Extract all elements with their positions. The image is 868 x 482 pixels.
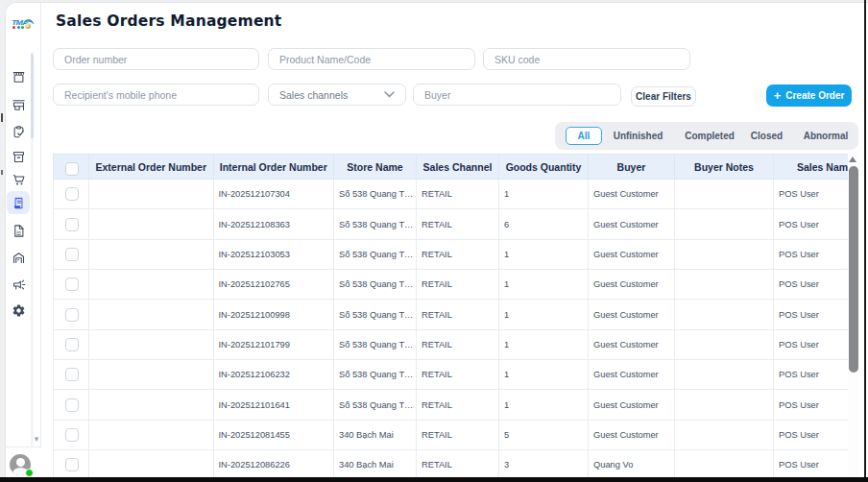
- sidebar-scrollbar-thumb[interactable]: [31, 54, 34, 138]
- cell-buyer: Guest Customer: [589, 360, 675, 390]
- cell-buyer: Guest Customer: [589, 420, 675, 449]
- select-all-checkbox[interactable]: [65, 162, 79, 176]
- buyer-input[interactable]: [413, 84, 621, 106]
- cell-external: [89, 180, 214, 209]
- row-checkbox[interactable]: [65, 277, 79, 291]
- sidebar-scrollbar[interactable]: [31, 52, 34, 446]
- sales-channels-select[interactable]: Sales channels: [268, 84, 406, 106]
- orders-table: External Order NumberInternal Order Numb…: [53, 154, 848, 480]
- row-checkbox-cell: [54, 420, 89, 449]
- row-checkbox[interactable]: [65, 187, 79, 201]
- cell-buyer: Guest Customer: [589, 239, 675, 269]
- cell-qty: 1: [499, 300, 589, 329]
- cell-buyer: Guest Customer: [589, 180, 675, 209]
- column-header[interactable]: Internal Order Number: [213, 155, 334, 180]
- row-checkbox[interactable]: [65, 338, 79, 351]
- row-checkbox[interactable]: [65, 458, 79, 471]
- product-name-input[interactable]: [268, 48, 475, 70]
- cell-store: Số 538 Quang T…: [334, 300, 417, 329]
- cell-buyer: Guest Customer: [589, 390, 675, 420]
- row-checkbox-cell: [54, 239, 89, 269]
- tab-abnormal[interactable]: Abnormal: [796, 122, 856, 150]
- row-checkbox[interactable]: [65, 398, 79, 412]
- cell-qty: 1: [499, 239, 589, 269]
- row-checkbox[interactable]: [65, 428, 79, 442]
- row-checkbox[interactable]: [65, 308, 79, 322]
- chevron-down-icon: [384, 91, 395, 98]
- column-header[interactable]: Sales Channel: [417, 155, 499, 180]
- column-header[interactable]: Sales Name: [774, 155, 849, 180]
- table-row[interactable]: IN-202512102765Số 538 Quang T…RETAIL1Gue…: [54, 270, 849, 300]
- nav-gear[interactable]: [7, 299, 30, 322]
- nav-shopping-cart[interactable]: [7, 168, 30, 191]
- archive-box-icon: [12, 150, 26, 164]
- cell-qty: 6: [499, 209, 589, 239]
- tma-logo[interactable]: TMA: [10, 16, 36, 32]
- nav-archive-box[interactable]: [7, 145, 30, 168]
- table-row[interactable]: IN-202512108363Số 538 Quang T…RETAIL6Gue…: [54, 209, 849, 239]
- tab-closed[interactable]: Closed: [743, 122, 791, 150]
- cell-qty: 5: [499, 420, 589, 449]
- nav-receipt[interactable]: [7, 191, 30, 214]
- cell-notes: [675, 300, 774, 329]
- order-number-input[interactable]: [53, 48, 259, 70]
- nav-megaphone[interactable]: [7, 273, 30, 296]
- scroll-up-arrow-icon[interactable]: [849, 157, 856, 162]
- cell-external: [89, 390, 214, 420]
- column-header[interactable]: Buyer: [589, 155, 675, 180]
- table-row[interactable]: IN-202512103053Số 538 Quang T…RETAIL1Gue…: [54, 239, 849, 269]
- table-scrollbar[interactable]: [848, 150, 858, 477]
- cell-channel: RETAIL: [417, 360, 499, 390]
- tab-all[interactable]: All: [566, 127, 602, 145]
- table-row[interactable]: IN-202512100998Số 538 Quang T…RETAIL1Gue…: [54, 300, 849, 329]
- row-checkbox-cell: [54, 270, 89, 300]
- nav-pos-terminal[interactable]: [7, 93, 30, 116]
- nav-storefront[interactable]: [7, 65, 30, 88]
- nav-warehouse[interactable]: [7, 246, 30, 269]
- nav-clipboard-check[interactable]: [7, 120, 30, 143]
- table-scrollbar-thumb[interactable]: [849, 166, 858, 373]
- recipient-phone-input[interactable]: [53, 84, 259, 106]
- online-status-dot: [25, 469, 34, 477]
- cell-notes: [675, 239, 774, 269]
- sidebar-scroll-down-icon[interactable]: ▾: [32, 434, 41, 444]
- tab-completed[interactable]: Completed: [676, 122, 743, 150]
- column-header[interactable]: Store Name: [334, 155, 417, 180]
- row-checkbox[interactable]: [65, 218, 79, 231]
- column-header[interactable]: Buyer Notes: [675, 155, 774, 180]
- cell-store: Số 538 Quang T…: [334, 360, 417, 390]
- main-content: Sales Orders Management Sales channels C…: [41, 3, 868, 482]
- cell-notes: [675, 270, 774, 300]
- background-window-fragment: [1, 113, 3, 122]
- create-order-button[interactable]: + Create Order: [766, 84, 852, 107]
- row-checkbox[interactable]: [65, 248, 79, 261]
- cell-sales: POS User: [774, 450, 849, 480]
- sku-code-input[interactable]: [483, 48, 690, 70]
- table-row[interactable]: IN-202512101799Số 538 Quang T…RETAIL1Gue…: [54, 329, 849, 359]
- column-header[interactable]: Goods Quantity: [499, 155, 589, 180]
- clear-filters-button[interactable]: Clear Filters: [631, 86, 696, 107]
- row-checkbox-cell: [54, 450, 89, 480]
- column-header[interactable]: External Order Number: [89, 155, 214, 180]
- cell-notes: [675, 209, 774, 239]
- table-row[interactable]: IN-202512086226340 Bạch MaiRETAIL3Quang …: [54, 450, 849, 480]
- cell-store: Số 538 Quang T…: [334, 180, 417, 209]
- tab-unfinished[interactable]: Unfinished: [605, 122, 672, 150]
- table-row[interactable]: IN-202512107304Số 538 Quang T…RETAIL1Gue…: [54, 180, 849, 209]
- cell-sales: POS User: [774, 270, 849, 300]
- nav-document[interactable]: [7, 219, 30, 242]
- window-right-edge: [864, 0, 866, 482]
- logo-dot-blue: [17, 26, 20, 29]
- table-row[interactable]: IN-202512101641Số 538 Quang T…RETAIL1Gue…: [54, 390, 849, 420]
- cell-sales: POS User: [774, 329, 849, 359]
- table-row[interactable]: IN-202512106232Số 538 Quang T…RETAIL1Gue…: [54, 360, 849, 390]
- select-all-checkbox-cell: [54, 155, 89, 180]
- row-checkbox[interactable]: [65, 368, 79, 381]
- table-row[interactable]: IN-202512081455340 Bạch MaiRETAIL5Guest …: [54, 420, 849, 449]
- cell-channel: RETAIL: [417, 270, 499, 300]
- cell-channel: RETAIL: [417, 209, 499, 239]
- cell-channel: RETAIL: [417, 329, 499, 359]
- cell-external: [89, 450, 214, 480]
- cell-sales: POS User: [774, 239, 849, 269]
- cell-external: [89, 360, 214, 390]
